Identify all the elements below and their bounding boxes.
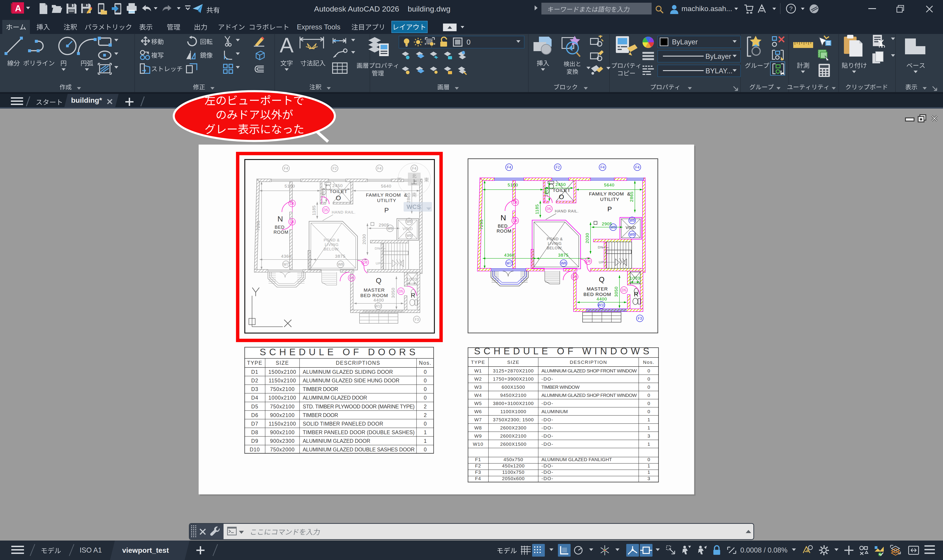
- svg-text:F4: F4: [600, 165, 605, 169]
- svg-text:ROOM: ROOM: [497, 229, 512, 234]
- svg-text:FAMILY ROOM &: FAMILY ROOM &: [589, 191, 631, 196]
- svg-text:600X1500: 600X1500: [501, 385, 525, 390]
- svg-text:F4: F4: [284, 166, 288, 170]
- svg-text:1: 1: [424, 438, 427, 444]
- svg-text:W9: W9: [474, 433, 482, 438]
- svg-text:1: 1: [648, 469, 650, 475]
- svg-text:7295: 7295: [479, 219, 484, 230]
- svg-text:750x2100: 750x2100: [270, 386, 295, 392]
- svg-text:BELOW.: BELOW.: [323, 247, 340, 251]
- svg-text:5100: 5100: [508, 183, 518, 187]
- svg-text:UP: UP: [599, 260, 604, 264]
- svg-text:4360: 4360: [504, 253, 514, 257]
- svg-text:DN: DN: [375, 246, 380, 250]
- svg-text:WCS: WCS: [406, 203, 421, 210]
- svg-text:BED: BED: [275, 225, 285, 230]
- svg-text:1: 1: [424, 429, 427, 435]
- svg-text:0: 0: [424, 378, 427, 383]
- svg-text:F2: F2: [475, 463, 481, 468]
- svg-text:2600X2300: 2600X2300: [500, 425, 526, 430]
- svg-text:D5: D5: [323, 208, 328, 212]
- svg-text:F1: F1: [475, 457, 481, 462]
- svg-text:TIMBER DOOR: TIMBER DOOR: [303, 412, 338, 418]
- svg-text:1: 1: [648, 442, 650, 447]
- svg-text:W6: W6: [474, 409, 482, 414]
- svg-text:MASTER: MASTER: [587, 286, 608, 291]
- svg-text:750x2000: 750x2000: [270, 447, 295, 452]
- svg-text:0: 0: [424, 369, 427, 375]
- svg-text:0: 0: [648, 376, 650, 382]
- svg-text:MASTER: MASTER: [364, 287, 385, 292]
- svg-text:DN: DN: [598, 245, 603, 249]
- svg-text:W8: W8: [561, 262, 566, 265]
- svg-text:ALUMINIUM GLAZED SHOP FRONT WI: ALUMINIUM GLAZED SHOP FRONT WINDOW: [541, 392, 637, 398]
- svg-text:D5: D5: [398, 289, 403, 293]
- svg-text:TYPE: TYPE: [247, 360, 262, 366]
- svg-text:HAND RAIL.: HAND RAIL.: [555, 209, 578, 213]
- svg-text:TIMBER WINDOW: TIMBER WINDOW: [541, 385, 580, 390]
- svg-text:?: ?: [789, 5, 792, 12]
- svg-text:F4: F4: [412, 166, 417, 170]
- svg-text:W9: W9: [611, 225, 616, 229]
- svg-text:FAMILY ROOM &: FAMILY ROOM &: [366, 192, 408, 197]
- svg-text:D10: D10: [249, 447, 260, 452]
- svg-text:Nos.: Nos.: [419, 360, 431, 366]
- svg-text:POND &: POND &: [323, 238, 340, 242]
- svg-text:1750+3900X2100: 1750+3900X2100: [493, 376, 534, 382]
- svg-text:450x750: 450x750: [503, 457, 523, 462]
- svg-text:2050x600: 2050x600: [502, 476, 525, 481]
- svg-text:TYPE: TYPE: [471, 360, 485, 365]
- svg-text:3750X2300; 1500: 3750X2300; 1500: [493, 417, 534, 422]
- svg-text:1070: 1070: [630, 276, 640, 280]
- svg-text:SCHEDULE OF DOORS: SCHEDULE OF DOORS: [260, 347, 418, 357]
- svg-text:D2: D2: [251, 378, 258, 383]
- svg-text:SCHEDULE OF WINDOWS: SCHEDULE OF WINDOWS: [474, 347, 652, 356]
- svg-text:2: 2: [424, 404, 427, 409]
- svg-text:4400: 4400: [374, 298, 384, 303]
- svg-text:0: 0: [424, 447, 427, 452]
- svg-text:W10: W10: [473, 442, 483, 447]
- svg-text:2450: 2450: [332, 183, 343, 188]
- svg-text:1000x2100: 1000x2100: [269, 395, 296, 401]
- svg-text:4400: 4400: [597, 297, 607, 302]
- svg-text:D9: D9: [572, 275, 577, 279]
- svg-text:3875: 3875: [558, 253, 569, 257]
- svg-text:3875: 3875: [335, 254, 346, 258]
- svg-text:SOLID TIMBER PANELED DOOR: SOLID TIMBER PANELED DOOR: [303, 421, 383, 427]
- svg-text:3050: 3050: [391, 288, 395, 298]
- svg-text:0: 0: [648, 457, 650, 462]
- svg-text:F3: F3: [638, 317, 642, 320]
- svg-text:W9: W9: [629, 218, 635, 222]
- svg-text:F3: F3: [415, 318, 419, 322]
- svg-text:D5: D5: [251, 404, 258, 409]
- svg-text:750x2100: 750x2100: [270, 404, 295, 409]
- svg-text:1185: 1185: [312, 205, 316, 215]
- svg-text:F2: F2: [332, 166, 337, 170]
- svg-text:POND &: POND &: [547, 237, 563, 241]
- svg-text:1185: 1185: [535, 204, 539, 214]
- svg-text:1070: 1070: [406, 277, 417, 282]
- svg-text:TOILET: TOILET: [552, 188, 571, 193]
- svg-text:2: 2: [424, 412, 427, 418]
- svg-text:4360: 4360: [281, 254, 291, 258]
- svg-text:O: O: [336, 194, 341, 202]
- svg-text:900x2100: 900x2100: [270, 412, 295, 418]
- svg-text:O: O: [559, 193, 564, 200]
- svg-text:3050: 3050: [614, 286, 618, 297]
- svg-text:W3: W3: [474, 385, 482, 390]
- svg-text:2450: 2450: [555, 182, 566, 187]
- svg-text:BED: BED: [498, 223, 508, 229]
- svg-text:ROOM: ROOM: [274, 230, 288, 235]
- svg-text:F2: F2: [556, 165, 560, 169]
- svg-text:0: 0: [424, 386, 427, 392]
- svg-text:W7: W7: [283, 263, 289, 266]
- svg-text:1: 1: [648, 463, 650, 468]
- svg-text:DESCRIPTION: DESCRIPTION: [570, 360, 607, 365]
- svg-text:0: 0: [424, 421, 427, 427]
- svg-text:5640: 5640: [604, 183, 614, 187]
- svg-text:1: 1: [648, 417, 650, 422]
- svg-text:D1: D1: [251, 369, 258, 375]
- svg-text:R: R: [634, 291, 638, 298]
- svg-text:TIMBER DOOR: TIMBER DOOR: [303, 386, 338, 392]
- svg-text:1150x2100: 1150x2100: [269, 378, 296, 383]
